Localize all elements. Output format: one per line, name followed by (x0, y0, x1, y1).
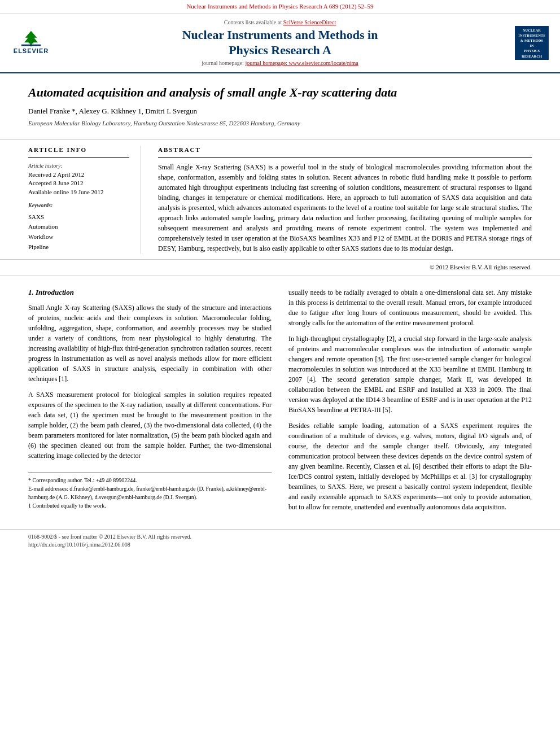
accepted-date: Accepted 8 June 2012 (28, 179, 129, 188)
journal-header: ELSEVIER Contents lists available at Sci… (0, 14, 560, 73)
introduction-heading: 1. Introduction (28, 287, 272, 298)
right-logo-text: NUCLEARINSTRUMENTS& METHODSINPHYSICSRESE… (518, 28, 545, 59)
bottom-ids: 0168-9002/$ - see front matter © 2012 El… (0, 529, 560, 553)
keywords-section: Keywords: SAXS Automation Workflow Pipel… (28, 202, 129, 252)
intro-paragraph-2: A SAXS measurement protocol for biologic… (28, 390, 272, 461)
info-abstract-section: ARTICLE INFO Article history: Received 2… (0, 140, 560, 260)
section-number: 1. (28, 288, 34, 296)
svg-rect-2 (21, 45, 41, 46)
article-info-heading: ARTICLE INFO (28, 146, 129, 158)
keyword-saxs: SAXS (28, 212, 129, 222)
left-column: 1. Introduction Small Angle X-ray Scatte… (28, 287, 272, 518)
footnote-corresponding: * Corresponding author. Tel.: +49 40 899… (28, 476, 272, 484)
elsevier-wordmark: ELSEVIER (14, 47, 49, 56)
right-column: usually needs to be radially averaged to… (288, 287, 532, 518)
doi-line: http://dx.doi.org/10.1016/j.nima.2012.06… (28, 541, 532, 549)
article-title: Automated acquisition and analysis of sm… (28, 85, 532, 101)
main-body: 1. Introduction Small Angle X-ray Scatte… (0, 276, 560, 529)
keywords-label: Keywords: (28, 202, 129, 210)
homepage-line: journal homepage: journal homepage: www.… (58, 59, 502, 68)
right-paragraph-3: Besides reliable sample loading, automat… (288, 421, 532, 512)
journal-logo-box: NUCLEARINSTRUMENTS& METHODSINPHYSICSRESE… (515, 26, 549, 60)
section-title-text: Introduction (36, 288, 74, 296)
article-info-panel: ARTICLE INFO Article history: Received 2… (28, 146, 141, 254)
homepage-url[interactable]: journal homepage: www.elsevier.com/locat… (245, 60, 358, 66)
elsevier-logo: ELSEVIER (11, 30, 51, 56)
history-label: Article history: (28, 162, 129, 171)
journal-title: Nuclear Instruments and Methods inPhysic… (58, 28, 502, 58)
article-title-section: Automated acquisition and analysis of sm… (0, 73, 560, 140)
copyright-line: © 2012 Elsevier B.V. All rights reserved… (0, 260, 560, 276)
keywords-list: SAXS Automation Workflow Pipeline (28, 212, 129, 252)
abstract-section: ABSTRACT Small Angle X-ray Scattering (S… (158, 146, 532, 254)
journal-center-info: Contents lists available at SciVerse Sci… (58, 19, 502, 68)
affiliation: European Molecular Biology Laboratory, H… (28, 119, 532, 128)
intro-paragraph-1: Small Angle X-ray Scattering (SAXS) allo… (28, 303, 272, 384)
right-logo-area: NUCLEARINSTRUMENTS& METHODSINPHYSICSRESE… (509, 26, 549, 60)
top-bar-text: Nuclear Instruments and Methods in Physi… (186, 3, 373, 10)
issn-line: 0168-9002/$ - see front matter © 2012 El… (28, 533, 532, 541)
elsevier-tree-icon (20, 30, 42, 47)
authors: Daniel Franke *, Alexey G. Kikhney 1, Dm… (28, 106, 532, 117)
svg-marker-1 (24, 31, 38, 43)
top-bar: Nuclear Instruments and Methods in Physi… (0, 0, 560, 14)
article-history: Article history: Received 2 April 2012 A… (28, 162, 129, 197)
footnote-email: E-mail addresses: d.franke@embl-hamburg.… (28, 484, 272, 501)
available-date: Available online 19 June 2012 (28, 188, 129, 197)
footnotes: * Corresponding author. Tel.: +49 40 899… (28, 472, 272, 510)
abstract-heading: ABSTRACT (158, 146, 532, 158)
keyword-pipeline: Pipeline (28, 242, 129, 252)
right-paragraph-2: In high-throughput crystallography [2], … (288, 334, 532, 415)
received-date: Received 2 April 2012 (28, 171, 129, 180)
abstract-text: Small Angle X-ray Scattering (SAXS) is a… (158, 162, 532, 254)
contents-line: Contents lists available at SciVerse Sci… (58, 19, 502, 27)
sciverse-link[interactable]: SciVerse ScienceDirect (283, 19, 336, 25)
footnote-contributed: 1 Contributed equally to the work. (28, 501, 272, 510)
keyword-workflow: Workflow (28, 232, 129, 242)
right-paragraph-1: usually needs to be radially averaged to… (288, 287, 532, 328)
keyword-automation: Automation (28, 222, 129, 232)
